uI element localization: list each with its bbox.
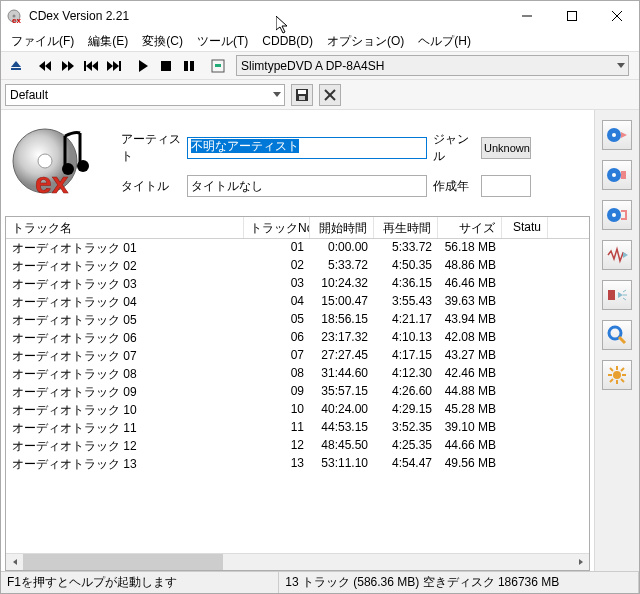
horizontal-scrollbar[interactable]	[6, 553, 589, 570]
table-row[interactable]: オーディオトラック 131353:11.104:54.4749.56 MB	[6, 455, 589, 473]
extract-compressed-button[interactable]	[602, 160, 632, 190]
table-row[interactable]: オーディオトラック 121248:45.504:25.3544.66 MB	[6, 437, 589, 455]
table-row[interactable]: オーディオトラック 111144:53.153:52.3539.10 MB	[6, 419, 589, 437]
table-row[interactable]: オーディオトラック 060623:17.324:10.1342.08 MB	[6, 329, 589, 347]
cell-start: 27:27.45	[310, 347, 374, 365]
profile-select[interactable]: Default	[5, 84, 285, 106]
cell-play: 3:55.43	[374, 293, 438, 311]
minimize-button[interactable]	[504, 2, 549, 31]
menu-file[interactable]: ファイル(F)	[5, 32, 80, 51]
save-profile-button[interactable]	[291, 84, 313, 106]
delete-profile-button[interactable]	[319, 84, 341, 106]
menu-help[interactable]: ヘルプ(H)	[412, 32, 477, 51]
scroll-left-icon[interactable]	[6, 554, 23, 570]
menu-edit[interactable]: 編集(E)	[82, 32, 134, 51]
cell-no: 13	[244, 455, 310, 473]
svg-line-60	[610, 379, 613, 382]
drive-select[interactable]: SlimtypeDVD A DP-8A4SH	[236, 55, 629, 76]
convert-mp3-wav-button[interactable]	[602, 280, 632, 310]
menu-options[interactable]: オプション(O)	[321, 32, 410, 51]
stop-button[interactable]	[155, 55, 177, 77]
skip-forward-button[interactable]	[103, 55, 125, 77]
cell-no: 06	[244, 329, 310, 347]
cell-start: 10:24.32	[310, 275, 374, 293]
convert-wav-mp3-button[interactable]	[602, 240, 632, 270]
app-logo: ex	[5, 116, 115, 206]
configure-button[interactable]	[207, 55, 229, 77]
col-no[interactable]: トラックNo	[244, 217, 310, 238]
rewind-button[interactable]	[34, 55, 56, 77]
col-size[interactable]: サイズ	[438, 217, 502, 238]
cell-play: 4:21.17	[374, 311, 438, 329]
cell-name: オーディオトラック 02	[6, 257, 244, 275]
svg-rect-8	[11, 68, 21, 70]
svg-marker-25	[617, 63, 625, 68]
table-row[interactable]: オーディオトラック 02025:33.724:50.3548.86 MB	[6, 257, 589, 275]
svg-line-57	[610, 368, 613, 371]
col-play[interactable]: 再生時間	[374, 217, 438, 238]
cell-name: オーディオトラック 05	[6, 311, 244, 329]
table-row[interactable]: オーディオトラック 070727:27.454:17.1543.27 MB	[6, 347, 589, 365]
menu-tools[interactable]: ツール(T)	[191, 32, 254, 51]
cell-no: 09	[244, 383, 310, 401]
cell-start: 35:57.15	[310, 383, 374, 401]
cell-start: 44:53.15	[310, 419, 374, 437]
svg-marker-26	[273, 92, 281, 97]
table-row[interactable]: オーディオトラック 050518:56.154:21.1743.94 MB	[6, 311, 589, 329]
svg-marker-15	[92, 61, 98, 71]
cell-status	[502, 293, 548, 311]
cell-start: 48:45.50	[310, 437, 374, 455]
maximize-button[interactable]	[549, 2, 594, 31]
cell-size: 43.94 MB	[438, 311, 502, 329]
table-row[interactable]: オーディオトラック 090935:57.154:26.6044.88 MB	[6, 383, 589, 401]
menu-cddb[interactable]: CDDB(D)	[256, 33, 319, 49]
col-status[interactable]: Statu	[502, 217, 548, 238]
play-button[interactable]	[132, 55, 154, 77]
svg-marker-10	[45, 61, 51, 71]
partial-track-button[interactable]	[602, 200, 632, 230]
profile-select-value: Default	[10, 88, 48, 102]
extract-tracks-button[interactable]	[602, 120, 632, 150]
col-start[interactable]: 開始時間	[310, 217, 374, 238]
svg-marker-12	[68, 61, 74, 71]
pause-button[interactable]	[178, 55, 200, 77]
close-button[interactable]	[594, 2, 639, 31]
table-row[interactable]: オーディオトラック 030310:24.324:36.1546.46 MB	[6, 275, 589, 293]
title-input[interactable]: タイトルなし	[187, 175, 427, 197]
svg-marker-16	[107, 61, 113, 71]
cell-size: 49.56 MB	[438, 455, 502, 473]
svg-rect-21	[184, 61, 188, 71]
cell-start: 40:24.00	[310, 401, 374, 419]
cell-name: オーディオトラック 13	[6, 455, 244, 473]
svg-line-59	[621, 368, 624, 371]
view-files-button[interactable]	[602, 320, 632, 350]
settings-button[interactable]	[602, 360, 632, 390]
menu-convert[interactable]: 変換(C)	[136, 32, 189, 51]
table-row[interactable]: オーディオトラック 101040:24.004:29.1545.28 MB	[6, 401, 589, 419]
table-row[interactable]: オーディオトラック 040415:00.473:55.4339.63 MB	[6, 293, 589, 311]
cell-status	[502, 257, 548, 275]
fast-forward-button[interactable]	[57, 55, 79, 77]
cell-size: 43.27 MB	[438, 347, 502, 365]
table-row[interactable]: オーディオトラック 080831:44.604:12.3042.46 MB	[6, 365, 589, 383]
cell-size: 44.88 MB	[438, 383, 502, 401]
svg-rect-18	[119, 61, 121, 71]
svg-line-51	[619, 337, 625, 343]
chevron-down-icon	[272, 88, 282, 102]
cell-play: 4:36.15	[374, 275, 438, 293]
svg-rect-22	[190, 61, 194, 71]
titlebar: ex CDex Version 2.21	[1, 1, 639, 31]
cell-status	[502, 455, 548, 473]
col-name[interactable]: トラック名	[6, 217, 244, 238]
artist-input[interactable]: 不明なアーティスト	[187, 137, 427, 159]
table-row[interactable]: オーディオトラック 01010:00.005:33.7256.18 MB	[6, 239, 589, 257]
scroll-thumb[interactable]	[23, 554, 223, 570]
scroll-right-icon[interactable]	[572, 554, 589, 570]
eject-button[interactable]	[5, 55, 27, 77]
toolbar: SlimtypeDVD A DP-8A4SH	[1, 51, 639, 80]
skip-back-button[interactable]	[80, 55, 102, 77]
cell-play: 4:25.35	[374, 437, 438, 455]
genre-button[interactable]: Unknown	[481, 137, 531, 159]
cell-start: 18:56.15	[310, 311, 374, 329]
year-input[interactable]	[481, 175, 531, 197]
